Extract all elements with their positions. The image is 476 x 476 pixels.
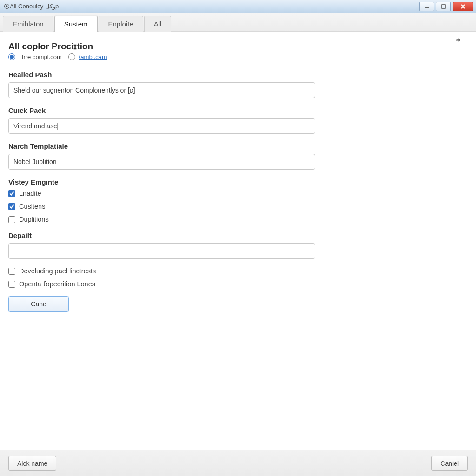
field-vistey-emgnte: Vistey Emgınte Lnadite Cusltens Duplitio… (8, 178, 315, 223)
close-button[interactable] (453, 2, 473, 11)
radio-ambi-carn[interactable] (68, 53, 75, 60)
check-develuding-row[interactable]: Develuding pael linctrests (8, 267, 468, 275)
vistey-check-list: Lnadite Cusltens Duplitions (8, 190, 315, 223)
input-narch-templatiale[interactable] (8, 154, 315, 170)
footer-left-button[interactable]: Alck name (8, 456, 56, 471)
tab-all[interactable]: All (144, 16, 172, 32)
primary-action-button[interactable]: Cane (8, 296, 69, 312)
svg-rect-1 (442, 5, 445, 8)
label-depailt: Depailt (8, 231, 315, 239)
titlebar: ⦿All Cenoulcy وكلp (0, 0, 476, 13)
check-openta-row[interactable]: Openta ƭopecrition Lones (8, 280, 468, 288)
footer-bar: Alck name Caniel (0, 450, 476, 476)
check-duplitions-row[interactable]: Duplitions (8, 216, 315, 223)
check-cusltens-row[interactable]: Cusltens (8, 203, 315, 210)
minimize-button[interactable] (419, 2, 434, 11)
main-panel: ✶ All coplor Prociɪtion Hrre compl.com /… (0, 32, 476, 450)
maximize-button[interactable] (436, 2, 451, 11)
label-heailed-pash: Heailed Pash (8, 71, 315, 79)
check-openta[interactable] (8, 281, 15, 288)
field-heailed-pash: Heailed Pash (8, 71, 315, 98)
window-title: ⦿All Cenoulcy وكلp (4, 3, 419, 10)
footer-right-button[interactable]: Caniel (431, 456, 468, 471)
tab-enploite[interactable]: Enploite (99, 16, 143, 32)
check-cusltens-label: Cusltens (19, 203, 45, 210)
label-cuick-pack: Cuıck Pack (8, 106, 315, 114)
check-openta-label: Openta ƭopecrition Lones (19, 280, 95, 288)
panel-close-icon[interactable]: ✶ (456, 36, 461, 44)
page-title: All coplor Prociɪtion (8, 41, 468, 52)
check-cusltens[interactable] (8, 203, 15, 210)
check-duplitions[interactable] (8, 216, 15, 223)
check-duplitions-label: Duplitions (19, 216, 49, 223)
input-cuick-pack[interactable] (8, 118, 315, 134)
radio-ambi-carn-label[interactable]: /ambi.carn (79, 53, 107, 60)
check-lnadite-label: Lnadite (19, 190, 41, 197)
check-develuding-label: Develuding pael linctrests (19, 267, 96, 275)
radio-hrre-compl-label: Hrre compl.com (19, 53, 62, 60)
window-buttons (419, 2, 473, 11)
check-lnadite-row[interactable]: Lnadite (8, 190, 315, 197)
label-narch-templatiale: Narch Templatiale (8, 142, 315, 150)
label-vistey-emgnte: Vistey Emgınte (8, 178, 315, 186)
source-radio-row: Hrre compl.com /ambi.carn (8, 53, 468, 60)
radio-hrre-compl[interactable] (8, 53, 15, 60)
field-narch-templatiale: Narch Templatiale (8, 142, 315, 170)
tab-sustem[interactable]: Sustem (54, 16, 98, 32)
tab-emiblaton[interactable]: Emiblaton (3, 16, 53, 32)
tab-bar: Emiblaton Sustem Enploite All (0, 13, 476, 32)
check-lnadite[interactable] (8, 190, 15, 197)
field-depailt: Depailt (8, 231, 315, 259)
check-develuding[interactable] (8, 268, 15, 275)
field-cuick-pack: Cuıck Pack (8, 106, 315, 134)
input-depailt[interactable] (8, 243, 315, 259)
input-heailed-pash[interactable] (8, 82, 315, 98)
extra-check-list: Develuding pael linctrests Openta ƭopecr… (8, 267, 468, 288)
